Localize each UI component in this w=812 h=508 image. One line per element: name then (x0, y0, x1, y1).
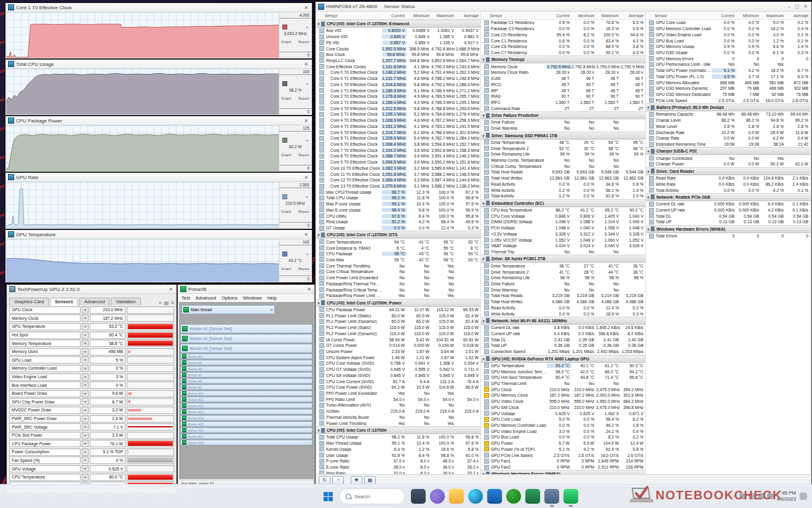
sensor-row[interactable]: Drive FailureNoNoNo (481, 281, 645, 287)
sensor-group-header[interactable]: ▾CPU [#0]: Intel Core i7-13700H: Enhance… (316, 20, 480, 28)
sensor-row[interactable]: Core 3 T0 Effective Clock1,212.5 MHz5.8 … (316, 105, 480, 111)
sensor-row[interactable]: CPU Core Voltage0.846 V0.806 V1.405 V1.0… (481, 213, 645, 219)
sensor-group-header[interactable]: ▾Network: Realtek PCIe GbE (646, 193, 810, 201)
sensor-row[interactable]: Core Distance to TjMAX6 °C4 °C59 °C8 °C (316, 245, 480, 251)
sensor-group-header[interactable]: ▾Charger [USB-C PD] (646, 147, 810, 155)
close-icon[interactable]: ✕ (303, 175, 309, 180)
sensor-row[interactable]: GPU Video Clock555.0 MHz555.0 MHz1,950.0… (481, 399, 645, 405)
sensor-row[interactable]: Total Host Writes4,086 GB4,086 GB4,086 G… (481, 299, 645, 305)
sensor-row[interactable]: CPU Core Power (SVID)64.2 W10.9 W114.8 W… (316, 384, 480, 391)
collapse-arrow-icon[interactable]: ▾ (646, 227, 651, 231)
sensor-row[interactable]: Core 8 T0 Effective Clock1,088.7 MHz3.4 … (316, 153, 480, 159)
close-icon[interactable]: ✕ (167, 287, 174, 292)
view-icon[interactable]: ▤ (164, 300, 169, 306)
graph-titlebar[interactable]: Total CPU Usage ✕ (6, 60, 312, 69)
sensor-row[interactable]: CPU System Agent Power1.45 W1.21 W2.87 W… (316, 354, 480, 360)
sensor-row[interactable]: Drive FailureNoNoNo (481, 119, 645, 125)
sensor-group-header[interactable]: ▾Drive Failure Prediction (481, 111, 645, 119)
prime95-icon[interactable] (563, 489, 578, 504)
prime95-titlebar[interactable]: Prime95 ✕ (178, 285, 315, 294)
close-icon[interactable]: ✕ (303, 5, 309, 10)
gpuz-sensor-row[interactable]: Memory Used▼496 MB (8, 347, 175, 356)
sensor-row[interactable]: Package C2 Residency0.5 %0.0 %76.8 %6.5 … (481, 20, 645, 26)
sensor-group-header[interactable]: ▾CPU [#0]: Intel Core i7-13700H: Power (316, 299, 480, 307)
collapse-arrow-icon[interactable]: ▾ (646, 169, 651, 173)
gpuz-sensor-row[interactable]: PCIe Slot Power▼2.3 W (8, 431, 175, 440)
collapse-arrow-icon[interactable]: ▾ (481, 256, 486, 261)
prime95-worker-window[interactable]: Worker #18 (180, 440, 312, 445)
sensor-row[interactable]: GPU Hot Spot Temperature60.4 °C43.8 °C71… (481, 375, 645, 381)
tab-validation[interactable]: Validation (111, 298, 140, 306)
sensor-row[interactable]: CPU Avg Temperature86.2 °C41.2 °C95.2 °C… (481, 207, 645, 213)
sensor-row[interactable]: GT Usage0.0 %0.0 %12.4 %0.3 % (316, 225, 480, 231)
sensor-row[interactable]: IccMax215.0 A215.0 A215.0 A215.0 A (316, 408, 480, 415)
sensor-row[interactable]: Total Activity0.0 %0.0 %4.2 %0.1 % (646, 187, 810, 193)
menu-windows[interactable]: Windows (243, 295, 261, 301)
sensor-row[interactable]: GPU Clock210.0 MHz210.0 MHz2,475.0 MHz39… (481, 386, 645, 392)
sensor-row[interactable]: Package/Ring Critical TemperatureNoNoNo (316, 287, 480, 293)
dropdown-arrow-icon[interactable]: ▼ (82, 440, 89, 447)
sensor-row[interactable]: Wear Level2.8 %2.8 %2.8 %2.8 % (646, 124, 810, 130)
sensor-row[interactable]: Package/Ring Thermal ThrottlingNoNoNo (316, 280, 480, 287)
sensor-row[interactable]: User Usage91.8 %8.4 %98.8 %91.0 % (316, 452, 480, 458)
sensor-row[interactable]: Ring Usage51.2 %4.2 %68.4 %49.6 % (316, 219, 480, 225)
column-sensor[interactable]: Sensor (481, 14, 547, 18)
sensor-row[interactable]: Current UP rate0.000 KB/s0.000 KB/s4.2 K… (646, 207, 810, 213)
close-icon[interactable]: ✕ (303, 118, 309, 124)
sensor-row[interactable]: Kernel Usage6.4 %1.2 %18.6 %5.8 % (316, 446, 480, 452)
sensor-row[interactable]: Max CPU/Thread Usage98.7 %12.3 %100.0 %9… (316, 189, 480, 195)
prime95-worker-window[interactable]: Worker #7 (180, 372, 312, 378)
sensor-row[interactable]: Core Power Limit ExceededNoNoYes (316, 275, 480, 281)
sensor-row[interactable]: Total UP0.36 GB0.35 GB0.36 GB0.36 GB (481, 343, 645, 349)
column-maximum[interactable]: Maximum (431, 14, 456, 18)
sensor-row[interactable]: Power Limit ThrottlingYesNoYes (316, 420, 480, 426)
sensor-row[interactable]: GPU Bus Load0.0 %0.0 %1.2 %0.1 % (646, 38, 810, 44)
sensor-row[interactable]: E-core Ratio28.0 x8.0 x36.0 x28.2 x (316, 464, 480, 470)
sensor-row[interactable]: Core 11 T0 Effective Clock1,091.8 MHz3.7… (316, 171, 480, 177)
sensor-row[interactable]: GPU Temperature53.2 °C40.1 °C61.2 °C50.3… (481, 363, 645, 369)
sensor-row[interactable]: Drive Temperature 241 °C28 °C44 °C38 °C (481, 269, 645, 275)
sensor-row[interactable]: CPU Core Current (SVID)81.7 A9.4 A131.2 … (316, 378, 480, 384)
gpuz-sensor-row[interactable]: Bus Interface Load▼0 % (8, 381, 175, 389)
gpuz-sensor-row[interactable]: Board Power Draw▼9.6 W (8, 389, 175, 398)
sensor-row[interactable]: Drive WarningNoNoNo (481, 287, 645, 293)
column-sensor[interactable]: Sensor (316, 14, 382, 18)
dropdown-arrow-icon[interactable]: ▼ (82, 381, 89, 389)
dropdown-arrow-icon[interactable]: ▼ (82, 348, 89, 355)
column-maximum[interactable]: Maximum (761, 14, 786, 18)
sensor-group-header[interactable]: ▾Memory Timings (481, 55, 645, 63)
dropdown-arrow-icon[interactable]: ▼ (82, 456, 89, 464)
sensor-row[interactable]: GPU Memory Clock187.2 MHz187.2 MHz2,000.… (481, 392, 645, 399)
gpuz-sensor-row[interactable]: Memory Clock▼187.2 MHz (8, 314, 175, 323)
sensor-row[interactable]: Core C0 Residency99.4 %8.2 %100.0 %94.6 … (481, 31, 645, 38)
sensor-row[interactable]: Drive Temperature 252 °C30 °C58 °C48 °C (481, 145, 645, 151)
sensor-row[interactable]: Drive Temperature48 °C29 °C54 °C45 °C (481, 140, 645, 146)
sensor-row[interactable]: tCAS46 T46 T46 T46 T (481, 76, 645, 82)
sensor-row[interactable]: tRFC1,560 T1,560 T1,560 T1,560 T (481, 100, 645, 106)
sensor-row[interactable]: Core Max95 °C42 °C96 °C93 °C (316, 257, 480, 263)
sensor-row[interactable]: DIMM (DDR5) Voltage1.096 V1.088 V1.104 V… (481, 219, 645, 225)
sensor-row[interactable]: Thermal TripNoNoNo (481, 249, 645, 255)
sensor-row[interactable]: PL2 Power Limit (Static)115.0 W115.0 W11… (316, 325, 480, 331)
sensor-row[interactable]: Core 2 T1 Effective Clock1,158.4 MHz4.4 … (316, 100, 480, 106)
prime95-worker-window[interactable]: Worker #11 (180, 397, 312, 402)
notification-bell-icon[interactable] (800, 493, 807, 500)
close-icon[interactable]: ✕ (303, 232, 309, 237)
graph-log-button[interactable]: Graph (281, 40, 292, 44)
collapse-arrow-icon[interactable]: ▾ (646, 149, 651, 153)
column-minimum[interactable]: Minimum (736, 14, 761, 18)
sensor-group-header[interactable]: ▾CPU [#0]: Intel Core i7-13700H: DTS (316, 231, 480, 239)
prime95-worker-window[interactable]: Worker #14 (180, 415, 312, 421)
sensor-row[interactable]: Drive Temperature38 °C27 °C41 °C36 °C (481, 263, 645, 269)
sensor-row[interactable]: GPU Thermal LimitNoNoNo (481, 381, 645, 387)
menu-options[interactable]: Options (221, 295, 237, 301)
dropdown-arrow-icon[interactable]: ▼ (82, 365, 89, 372)
sensor-row[interactable]: GPU Core Load5.0 %0.0 %98.4 %8.2 % (481, 416, 645, 423)
graph-report-button[interactable]: Report (298, 267, 309, 271)
sensor-row[interactable]: GPU Video Engine Load0.0 %0.0 %3.0 %0.1 … (646, 31, 810, 38)
sensor-row[interactable]: Core Effective Clocks1,141.8 MHz4.1 MHz4… (316, 63, 480, 69)
sensor-row[interactable]: Total UP0.13 GB0.13 GB0.13 GB0.13 GB (646, 219, 810, 225)
taskbar-clock[interactable]: 7:45 PM 4/6/2023 (777, 490, 796, 502)
sensor-row[interactable]: CPU Utility97.6 %8.4 %100.0 %95.8 % (316, 213, 480, 219)
chat-icon[interactable] (430, 489, 445, 504)
